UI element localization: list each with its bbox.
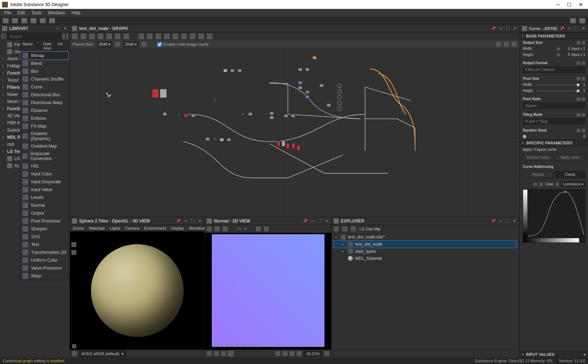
new-icon[interactable] bbox=[3, 18, 9, 23]
output-size-link-icon[interactable] bbox=[577, 41, 580, 45]
histogram-icon[interactable] bbox=[264, 226, 269, 231]
graph-maximize-icon[interactable]: ⛶ bbox=[505, 26, 510, 31]
width-radio-icon[interactable] bbox=[557, 47, 560, 51]
menu-edit[interactable]: Edit bbox=[17, 10, 25, 15]
curve-icon[interactable] bbox=[155, 34, 161, 39]
node-item[interactable]: Directional Blur bbox=[20, 91, 68, 99]
view2d-viewport[interactable]: 2048 x 2048 (RGBA, 16bpc) bbox=[205, 233, 331, 350]
node-item[interactable]: Bitmap bbox=[20, 52, 68, 60]
axis-icon[interactable] bbox=[72, 344, 76, 348]
tiling-reset-icon[interactable] bbox=[582, 113, 585, 117]
link-icon[interactable] bbox=[147, 34, 153, 39]
props-max-icon[interactable]: ⛶ bbox=[574, 26, 579, 31]
view2d-min-icon[interactable]: ▭ bbox=[310, 219, 315, 224]
props-min-icon[interactable]: ▭ bbox=[567, 26, 572, 31]
node-item[interactable]: Output bbox=[20, 209, 68, 217]
props-close-icon[interactable]: ✕ bbox=[581, 26, 586, 31]
col-date[interactable]: Date mod bbox=[43, 42, 54, 50]
apply-curve-button[interactable]: Apply curve bbox=[555, 154, 586, 161]
zoom-icon[interactable] bbox=[106, 34, 112, 39]
view2d-pin-icon[interactable]: 📌 bbox=[303, 219, 308, 224]
redo2-icon[interactable] bbox=[164, 34, 170, 39]
camera-menu[interactable]: Camera bbox=[125, 226, 139, 230]
save2d-icon[interactable] bbox=[207, 226, 212, 231]
px-height-slider[interactable] bbox=[537, 91, 580, 91]
width-mode[interactable]: Input x 1 bbox=[572, 47, 585, 51]
cut-icon[interactable] bbox=[173, 34, 178, 39]
base-params-header[interactable]: BASE PARAMETERS bbox=[520, 32, 588, 40]
fmt-link-icon[interactable] bbox=[577, 61, 580, 65]
node-item[interactable]: Distance bbox=[20, 107, 68, 114]
renderer-menu[interactable]: Renderer bbox=[189, 226, 205, 230]
explorer-close-icon[interactable]: ✕ bbox=[512, 219, 517, 224]
node-item[interactable]: Value Processor bbox=[20, 264, 68, 272]
luminance-select[interactable]: Luminance ▾ bbox=[561, 181, 585, 187]
width-value[interactable]: 0 bbox=[562, 47, 570, 51]
parent-size-b-select[interactable]: 2048 ▾ bbox=[123, 41, 139, 47]
node-item[interactable]: Grayscale Conversion bbox=[20, 150, 68, 162]
node-item[interactable]: Blend bbox=[20, 60, 68, 67]
save2d2-icon[interactable] bbox=[215, 226, 220, 231]
seed-value[interactable]: 0 bbox=[583, 134, 585, 138]
node-item[interactable]: Transformation 2D bbox=[20, 248, 68, 256]
px-reset-icon[interactable] bbox=[582, 77, 585, 81]
environment-menu[interactable]: Environment bbox=[144, 226, 166, 230]
graph-canvas[interactable] bbox=[70, 48, 520, 217]
snap-icon[interactable] bbox=[138, 34, 144, 39]
explorer-max-icon[interactable]: ⛶ bbox=[505, 219, 510, 224]
node-item[interactable]: Normal bbox=[20, 201, 68, 209]
grid-icon[interactable] bbox=[198, 34, 204, 39]
props-pin-icon[interactable]: 📌 bbox=[559, 26, 564, 31]
graph-minimize-icon[interactable]: ▭ bbox=[498, 26, 503, 31]
camera-icon[interactable] bbox=[71, 242, 76, 247]
view3d-viewport[interactable] bbox=[70, 231, 204, 350]
clamp-button[interactable]: Clamp bbox=[555, 171, 586, 178]
clear-button[interactable]: Clear bbox=[545, 182, 553, 186]
node-item[interactable]: FX-Map bbox=[20, 122, 68, 130]
node-item[interactable]: Gradient (Dynamic) bbox=[20, 130, 68, 142]
gear-icon[interactable] bbox=[123, 34, 129, 39]
panel-close-icon[interactable]: ✕ bbox=[62, 26, 67, 31]
graph-close-icon[interactable]: ✕ bbox=[512, 26, 517, 31]
light-icon[interactable] bbox=[71, 250, 76, 255]
library-view-icon[interactable] bbox=[66, 34, 68, 39]
output-format-select[interactable]: 8 Bits per Channel bbox=[523, 67, 585, 73]
node-item[interactable]: Input Value bbox=[20, 186, 68, 194]
save-icon[interactable] bbox=[49, 18, 55, 23]
menu-file[interactable]: File bbox=[4, 10, 11, 15]
output-size-reset-icon[interactable] bbox=[582, 41, 585, 45]
explorer-min-icon[interactable]: ▭ bbox=[498, 219, 503, 224]
tile3-icon[interactable] bbox=[290, 351, 295, 356]
expose-curve-button[interactable]: Expose Curve bbox=[523, 154, 553, 161]
view3d-close-icon[interactable]: ✕ bbox=[197, 219, 202, 224]
node-item[interactable]: Curve bbox=[20, 83, 68, 91]
zoom-value[interactable]: 18.21% bbox=[304, 350, 322, 357]
pixel-ratio-select[interactable]: Square bbox=[523, 103, 585, 109]
input-values-header[interactable]: INPUT VALUES▸ bbox=[520, 351, 588, 358]
open2-icon[interactable] bbox=[40, 18, 46, 23]
lights-menu[interactable]: Lights bbox=[110, 226, 120, 230]
zoom-fit-icon[interactable] bbox=[72, 34, 78, 39]
height-value[interactable]: 0 bbox=[562, 53, 570, 57]
maximize-button[interactable]: ☐ bbox=[567, 2, 572, 7]
tile2-icon[interactable] bbox=[282, 351, 287, 356]
colorspace-icon[interactable] bbox=[72, 351, 77, 356]
align-icon[interactable] bbox=[504, 42, 509, 47]
info-icon[interactable] bbox=[98, 34, 103, 39]
node-item[interactable]: Channels Shuffle bbox=[20, 75, 68, 83]
colorspace-select[interactable]: ACES sRGB (default) ▾ bbox=[79, 350, 126, 357]
node-item[interactable]: Pixel Processor bbox=[20, 217, 68, 225]
redo-icon[interactable] bbox=[579, 18, 585, 23]
node-item[interactable]: Input Grayscale bbox=[20, 178, 68, 186]
ratio-reset-icon[interactable] bbox=[582, 97, 585, 101]
save2d3-icon[interactable] bbox=[223, 226, 227, 231]
library-search-input[interactable] bbox=[7, 33, 61, 40]
dep-mgr-label[interactable]: LG Dep Mgr bbox=[359, 227, 381, 231]
explorer-item[interactable]: MDL_Material bbox=[334, 255, 517, 262]
explorer-item[interactable]: ▸data_types bbox=[334, 248, 517, 255]
menu-tools[interactable]: Tools bbox=[31, 10, 41, 15]
view3d-max-icon[interactable]: ⛶ bbox=[190, 219, 195, 224]
undo-icon[interactable] bbox=[570, 18, 576, 23]
specific-params-header[interactable]: SPECIFIC PARAMETERS bbox=[520, 139, 588, 147]
node-dropdown[interactable]: Name ˄ Date mod Url BitmapBlendBlurChann… bbox=[20, 40, 69, 280]
